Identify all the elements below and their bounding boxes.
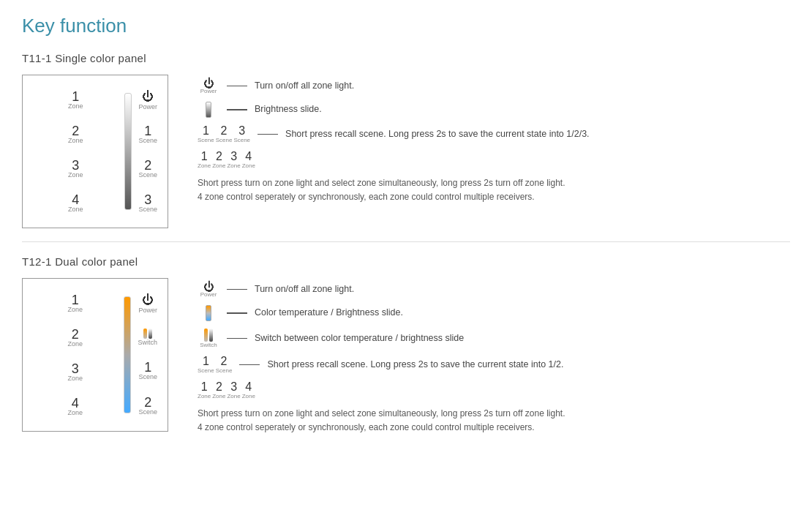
t11-zone2: 2 Zone <box>33 124 118 145</box>
t12-power-desc-icon: ⏻ Power <box>198 281 219 298</box>
t12-zone-icon: 1 Zone 2 Zone 3 Zone 4 Z <box>198 381 255 399</box>
t11-scene3: 3 Scene <box>138 193 157 214</box>
t11-section: T11-1 Single color panel 1 Zone 2 Zone 3… <box>22 52 790 228</box>
t11-panel-left: 1 Zone 2 Zone 3 Zone 4 Zone <box>23 75 118 228</box>
t11-power-desc-icon: ⏻ Power <box>198 78 219 94</box>
t11-slider-area <box>118 75 138 228</box>
t12-dual-slider <box>124 296 131 413</box>
zone-1234-icon: 1 Zone 2 Zone 3 Zone 4 Z <box>198 151 255 169</box>
brightness-icon <box>206 102 211 118</box>
page-title: Key function <box>22 15 790 37</box>
t12-zone2: 2 Zone <box>33 328 117 348</box>
t12-description-area: ⏻ Power Turn on/off all zone light. Colo… <box>198 278 790 435</box>
section-divider <box>22 241 790 242</box>
t12-panel-image: 1 Zone 2 Zone 3 Zone 4 Zone <box>22 278 168 432</box>
t12-power-text: Turn on/off all zone light. <box>255 283 354 296</box>
t12-switch-text: Switch between color temperature / brigh… <box>255 332 464 345</box>
t11-power-desc-row: ⏻ Power Turn on/off all zone light. <box>198 78 790 94</box>
t11-panel-right: ⏻ Power 1 Scene 2 Scene 3 Scene <box>138 75 168 228</box>
t12-paragraph: Short press turn on zone light and selec… <box>198 407 636 435</box>
power-icon-t12: ⏻ Power <box>200 281 217 298</box>
t12-scene-text: Short press recall scene. Long press 2s … <box>267 359 563 372</box>
t11-power-text: Turn on/off all zone light. <box>255 80 354 93</box>
t11-scene2: 2 Scene <box>138 159 157 179</box>
t11-power-btn: ⏻ Power <box>138 90 157 110</box>
t12-switch-desc-icon: Switch <box>198 329 219 348</box>
t11-paragraph: Short press turn on zone light and selec… <box>198 176 636 204</box>
t12-zone-desc-row: 1 Zone 2 Zone 3 Zone 4 Z <box>198 381 790 399</box>
t11-section-title: T11-1 Single color panel <box>22 52 790 64</box>
t12-switch-btn: Switch <box>138 329 157 347</box>
t12-dual-brightness-line <box>227 312 247 314</box>
t12-dual-brightness-text: Color temperature / Brightness slide. <box>255 307 403 320</box>
t12-scene2: 2 Scene <box>138 396 157 416</box>
t11-description-area: ⏻ Power Turn on/off all zone light. Brig… <box>198 75 790 204</box>
power-icon: ⏻ Power <box>200 78 217 94</box>
switch-icon: Switch <box>200 329 217 348</box>
t12-scene-desc-row: 1 Scene 2 Scene Short press recall scene… <box>198 356 790 374</box>
t12-dual-brightness-icon <box>198 305 219 321</box>
t11-zone1: 1 Zone <box>33 90 118 110</box>
t11-scene-icon: 1 Scene 2 Scene 3 Scene <box>198 125 250 143</box>
t11-scene-text: Short press recall scene. Long press 2s … <box>285 128 590 141</box>
t11-zone-desc-row: 1 Zone 2 Zone 3 Zone 4 Z <box>198 151 790 169</box>
zone-1234-icon-t12: 1 Zone 2 Zone 3 Zone 4 Z <box>198 381 255 399</box>
t11-brightness-desc-row: Brightness slide. <box>198 102 790 118</box>
t11-zone-icon: 1 Zone 2 Zone 3 Zone 4 Z <box>198 151 255 169</box>
t11-brightness-line <box>227 109 247 110</box>
t11-brightness-text: Brightness slide. <box>255 103 322 116</box>
t11-power-line <box>227 86 247 87</box>
t12-switch-desc-row: Switch Switch between color temperature … <box>198 329 790 348</box>
t12-scene-icon: 1 Scene 2 Scene <box>198 356 232 374</box>
t11-zone4: 4 Zone <box>33 193 118 214</box>
t12-section-title: T12-1 Dual color panel <box>22 255 790 268</box>
t12-scene1: 1 Scene <box>138 361 157 381</box>
switch-bars-icon <box>204 329 213 342</box>
t12-power-line <box>227 289 247 290</box>
t12-scene-line <box>239 364 260 366</box>
t12-panel-right: ⏻ Power Switch 1 Scene 2 Scene <box>138 279 168 431</box>
t11-scene-line <box>257 134 278 135</box>
t12-zone3: 3 Zone <box>33 362 117 383</box>
t12-dual-brightness-desc-row: Color temperature / Brightness slide. <box>198 305 790 321</box>
scene-123-icon: 1 Scene 2 Scene 3 Scene <box>198 125 250 143</box>
t11-scene1: 1 Scene <box>138 124 157 145</box>
t11-brightness-icon <box>198 102 219 118</box>
t11-scene-desc-row: 1 Scene 2 Scene 3 Scene Shor <box>198 125 790 143</box>
scene-12-icon: 1 Scene 2 Scene <box>198 356 232 374</box>
t12-power-desc-row: ⏻ Power Turn on/off all zone light. <box>198 281 790 298</box>
t11-zone3: 3 Zone <box>33 159 118 179</box>
t11-brightness-slider <box>124 93 132 210</box>
t11-panel-image: 1 Zone 2 Zone 3 Zone 4 Zone <box>22 75 168 228</box>
t12-slider-area <box>117 279 138 431</box>
t12-zone4: 4 Zone <box>33 397 117 417</box>
t12-switch-line <box>227 338 247 339</box>
dual-brightness-icon <box>206 305 211 321</box>
t12-power-btn: ⏻ Power <box>138 293 157 314</box>
t12-panel-left: 1 Zone 2 Zone 3 Zone 4 Zone <box>23 279 117 431</box>
t12-zone1: 1 Zone <box>33 293 117 314</box>
t12-section: T12-1 Dual color panel 1 Zone 2 Zone 3 Z… <box>22 255 790 435</box>
